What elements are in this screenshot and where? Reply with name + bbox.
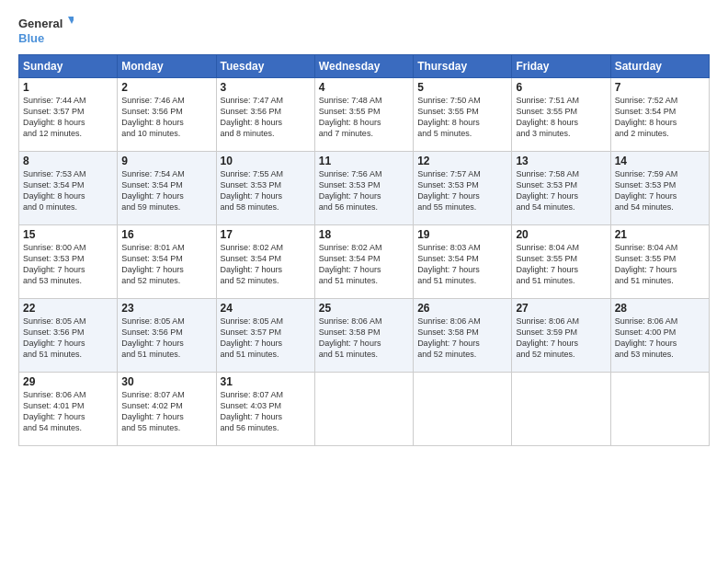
header: General Blue xyxy=(18,15,710,47)
day-info: Sunrise: 8:06 AMSunset: 3:59 PMDaylight:… xyxy=(516,316,606,361)
day-number: 7 xyxy=(615,81,705,94)
day-info: Sunrise: 7:59 AMSunset: 3:53 PMDaylight:… xyxy=(615,168,705,213)
day-number: 6 xyxy=(516,81,606,94)
day-cell: 13Sunrise: 7:58 AMSunset: 3:53 PMDayligh… xyxy=(512,152,610,225)
day-info: Sunrise: 8:03 AMSunset: 3:54 PMDaylight:… xyxy=(417,242,507,287)
day-cell: 23Sunrise: 8:05 AMSunset: 3:56 PMDayligh… xyxy=(118,299,216,373)
day-info: Sunrise: 8:05 AMSunset: 3:56 PMDaylight:… xyxy=(121,316,211,361)
week-row-2: 8Sunrise: 7:53 AMSunset: 3:54 PMDaylight… xyxy=(19,152,710,225)
day-cell xyxy=(512,373,610,446)
day-cell: 17Sunrise: 8:02 AMSunset: 3:54 PMDayligh… xyxy=(216,225,314,299)
day-cell: 16Sunrise: 8:01 AMSunset: 3:54 PMDayligh… xyxy=(118,225,216,299)
day-number: 3 xyxy=(221,81,311,94)
day-number: 18 xyxy=(319,228,409,241)
day-number: 25 xyxy=(319,302,409,315)
logo: General Blue xyxy=(18,15,74,47)
day-cell xyxy=(610,373,709,446)
day-cell: 8Sunrise: 7:53 AMSunset: 3:54 PMDaylight… xyxy=(19,152,118,225)
day-number: 2 xyxy=(121,81,211,94)
day-number: 30 xyxy=(121,375,211,388)
day-info: Sunrise: 8:00 AMSunset: 3:53 PMDaylight:… xyxy=(23,242,113,287)
day-number: 11 xyxy=(319,155,409,167)
day-number: 21 xyxy=(615,228,705,241)
day-cell: 14Sunrise: 7:59 AMSunset: 3:53 PMDayligh… xyxy=(610,152,709,225)
day-cell xyxy=(314,373,413,446)
day-number: 27 xyxy=(516,302,606,315)
svg-marker-2 xyxy=(68,17,74,24)
day-info: Sunrise: 8:07 AMSunset: 4:03 PMDaylight:… xyxy=(221,389,311,434)
day-number: 13 xyxy=(516,155,606,167)
day-number: 1 xyxy=(23,81,113,94)
day-cell: 30Sunrise: 8:07 AMSunset: 4:02 PMDayligh… xyxy=(118,373,216,446)
day-cell: 22Sunrise: 8:05 AMSunset: 3:56 PMDayligh… xyxy=(19,299,118,373)
day-cell: 1Sunrise: 7:44 AMSunset: 3:57 PMDaylight… xyxy=(19,78,118,152)
day-cell: 31Sunrise: 8:07 AMSunset: 4:03 PMDayligh… xyxy=(216,373,314,446)
day-info: Sunrise: 7:53 AMSunset: 3:54 PMDaylight:… xyxy=(23,168,113,213)
day-cell: 29Sunrise: 8:06 AMSunset: 4:01 PMDayligh… xyxy=(19,373,118,446)
day-info: Sunrise: 7:48 AMSunset: 3:55 PMDaylight:… xyxy=(319,95,409,140)
day-header-sunday: Sunday xyxy=(19,55,118,78)
day-cell: 15Sunrise: 8:00 AMSunset: 3:53 PMDayligh… xyxy=(19,225,118,299)
day-header-saturday: Saturday xyxy=(610,55,709,78)
week-row-5: 29Sunrise: 8:06 AMSunset: 4:01 PMDayligh… xyxy=(19,373,710,446)
day-cell: 10Sunrise: 7:55 AMSunset: 3:53 PMDayligh… xyxy=(216,152,314,225)
day-info: Sunrise: 8:05 AMSunset: 3:57 PMDaylight:… xyxy=(221,316,311,361)
day-info: Sunrise: 7:58 AMSunset: 3:53 PMDaylight:… xyxy=(516,168,606,213)
day-cell: 27Sunrise: 8:06 AMSunset: 3:59 PMDayligh… xyxy=(512,299,610,373)
day-header-wednesday: Wednesday xyxy=(314,55,413,78)
day-info: Sunrise: 8:04 AMSunset: 3:55 PMDaylight:… xyxy=(516,242,606,287)
week-row-1: 1Sunrise: 7:44 AMSunset: 3:57 PMDaylight… xyxy=(19,78,710,152)
day-cell: 5Sunrise: 7:50 AMSunset: 3:55 PMDaylight… xyxy=(414,78,512,152)
day-number: 19 xyxy=(417,228,507,241)
day-info: Sunrise: 7:44 AMSunset: 3:57 PMDaylight:… xyxy=(23,95,113,140)
day-cell: 9Sunrise: 7:54 AMSunset: 3:54 PMDaylight… xyxy=(118,152,216,225)
day-info: Sunrise: 8:06 AMSunset: 3:58 PMDaylight:… xyxy=(319,316,409,361)
day-number: 8 xyxy=(23,155,113,167)
page: General Blue SundayMondayTuesdayWednesda… xyxy=(0,0,728,455)
day-cell: 3Sunrise: 7:47 AMSunset: 3:56 PMDaylight… xyxy=(216,78,314,152)
day-cell: 19Sunrise: 8:03 AMSunset: 3:54 PMDayligh… xyxy=(414,225,512,299)
week-row-4: 22Sunrise: 8:05 AMSunset: 3:56 PMDayligh… xyxy=(19,299,710,373)
day-cell: 28Sunrise: 8:06 AMSunset: 4:00 PMDayligh… xyxy=(610,299,709,373)
day-cell: 26Sunrise: 8:06 AMSunset: 3:58 PMDayligh… xyxy=(414,299,512,373)
day-header-tuesday: Tuesday xyxy=(216,55,314,78)
day-cell: 4Sunrise: 7:48 AMSunset: 3:55 PMDaylight… xyxy=(314,78,413,152)
day-number: 14 xyxy=(615,155,705,167)
day-number: 17 xyxy=(221,228,311,241)
day-number: 12 xyxy=(417,155,507,167)
day-info: Sunrise: 7:56 AMSunset: 3:53 PMDaylight:… xyxy=(319,168,409,213)
day-info: Sunrise: 7:47 AMSunset: 3:56 PMDaylight:… xyxy=(221,95,311,140)
day-cell xyxy=(414,373,512,446)
day-cell: 24Sunrise: 8:05 AMSunset: 3:57 PMDayligh… xyxy=(216,299,314,373)
day-number: 24 xyxy=(221,302,311,315)
day-cell: 18Sunrise: 8:02 AMSunset: 3:54 PMDayligh… xyxy=(314,225,413,299)
day-info: Sunrise: 7:51 AMSunset: 3:55 PMDaylight:… xyxy=(516,95,606,140)
day-number: 22 xyxy=(23,302,113,315)
day-info: Sunrise: 8:05 AMSunset: 3:56 PMDaylight:… xyxy=(23,316,113,361)
day-number: 10 xyxy=(221,155,311,167)
calendar-table: SundayMondayTuesdayWednesdayThursdayFrid… xyxy=(18,54,710,446)
day-info: Sunrise: 7:54 AMSunset: 3:54 PMDaylight:… xyxy=(121,168,211,213)
day-cell: 21Sunrise: 8:04 AMSunset: 3:55 PMDayligh… xyxy=(610,225,709,299)
day-header-thursday: Thursday xyxy=(414,55,512,78)
day-info: Sunrise: 8:02 AMSunset: 3:54 PMDaylight:… xyxy=(319,242,409,287)
day-number: 5 xyxy=(417,81,507,94)
day-number: 28 xyxy=(615,302,705,315)
day-cell: 6Sunrise: 7:51 AMSunset: 3:55 PMDaylight… xyxy=(512,78,610,152)
day-number: 20 xyxy=(516,228,606,241)
svg-text:Blue: Blue xyxy=(18,31,44,45)
day-number: 23 xyxy=(121,302,211,315)
week-row-3: 15Sunrise: 8:00 AMSunset: 3:53 PMDayligh… xyxy=(19,225,710,299)
day-number: 9 xyxy=(121,155,211,167)
day-number: 31 xyxy=(221,375,311,388)
day-cell: 20Sunrise: 8:04 AMSunset: 3:55 PMDayligh… xyxy=(512,225,610,299)
day-info: Sunrise: 7:57 AMSunset: 3:53 PMDaylight:… xyxy=(417,168,507,213)
day-info: Sunrise: 7:50 AMSunset: 3:55 PMDaylight:… xyxy=(417,95,507,140)
day-cell: 25Sunrise: 8:06 AMSunset: 3:58 PMDayligh… xyxy=(314,299,413,373)
day-info: Sunrise: 8:06 AMSunset: 3:58 PMDaylight:… xyxy=(417,316,507,361)
day-number: 15 xyxy=(23,228,113,241)
svg-text:General: General xyxy=(18,17,63,30)
day-info: Sunrise: 8:04 AMSunset: 3:55 PMDaylight:… xyxy=(615,242,705,287)
day-header-friday: Friday xyxy=(512,55,610,78)
day-cell: 2Sunrise: 7:46 AMSunset: 3:56 PMDaylight… xyxy=(118,78,216,152)
